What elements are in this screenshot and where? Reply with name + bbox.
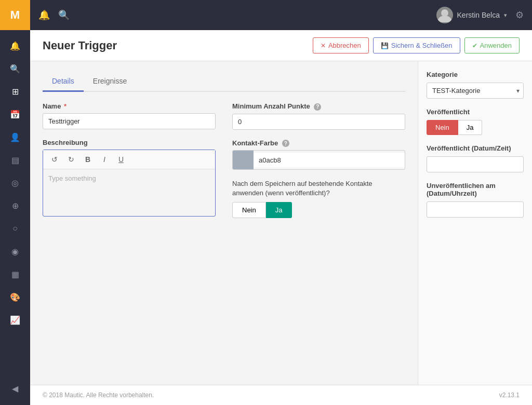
publish-nein-button[interactable]: Nein [427,120,458,135]
sidebar-item-analytics[interactable]: 📈 [0,308,30,331]
apply-button[interactable]: ✔ Anwenden [464,37,520,53]
apply-nein-button[interactable]: Nein [232,202,266,218]
kategorie-select-wrapper: TEST-Kategorie Andere ▾ [427,83,524,99]
sidebar-item-collapse[interactable]: ◀ [0,377,30,400]
right-column: Minimum Anzahl Punkte ? Kontakt-Farbe ? [232,102,405,226]
save-close-button[interactable]: 💾 Sichern & Schließen [373,37,460,53]
veroeffentlicht-datum-input[interactable] [427,156,524,172]
avatar [436,7,453,23]
sidebar-item-palette[interactable]: 🎨 [0,286,30,308]
underline-button[interactable]: U [114,152,128,167]
sidebar-item-search[interactable]: 🔍 [0,57,30,80]
cancel-button[interactable]: ✕ Abbrechen [313,37,369,53]
min-punkte-label: Minimum Anzahl Punkte ? [232,102,405,111]
apply-contacts-section: Nach dem Speichern auf bestehende Kontak… [232,179,405,218]
kontakt-farbe-group: Kontakt-Farbe ? [232,139,405,170]
kategorie-select[interactable]: TEST-Kategorie Andere [427,83,524,99]
sidebar-item-plugins[interactable]: ⊕ [0,194,30,217]
page-body: Details Ereignisse Name * [30,61,532,385]
required-marker: * [64,102,66,110]
editor-wrapper: ↺ ↻ B I U Type something [43,150,216,217]
color-text-input[interactable] [254,153,405,168]
user-menu[interactable]: Kerstin Belca ▾ [436,7,507,23]
page-header: Neuer Trigger ✕ Abbrechen 💾 Sichern & Sc… [30,30,532,61]
undo-button[interactable]: ↺ [47,152,62,167]
topbar: 🔔 🔍 Kerstin Belca ▾ ⚙ [30,0,532,30]
beschreibung-group: Beschreibung ↺ ↻ B I U Typ [43,139,216,217]
topbar-bell-icon[interactable]: 🔔 [38,9,50,21]
chevron-down-icon: ▾ [504,12,507,19]
tab-ereignisse[interactable]: Ereignisse [84,72,136,92]
form-row-1: Name * Beschreibung ↺ ↻ [43,102,405,226]
color-swatch[interactable] [233,151,254,169]
name-input[interactable] [43,113,216,129]
kategorie-label: Kategorie [427,71,524,78]
page-title: Neuer Trigger [43,39,117,52]
sidebar-item-dashboard[interactable]: ⊞ [0,80,30,103]
beschreibung-label: Beschreibung [43,139,216,146]
editor-content[interactable]: Type something [43,169,215,216]
tabs: Details Ereignisse [43,72,405,92]
sidebar-item-calendar[interactable]: 📅 [0,103,30,126]
user-name: Kerstin Belca [457,11,500,19]
name-label: Name * [43,102,216,110]
content: Neuer Trigger ✕ Abbrechen 💾 Sichern & Sc… [30,30,532,405]
color-input-wrapper [232,150,405,170]
sidebar-item-feeds[interactable]: ◉ [0,240,30,263]
check-icon: ✔ [472,42,477,49]
sidebar-item-bell[interactable]: 🔔 [0,34,30,57]
editor-toolbar: ↺ ↻ B I U [43,150,215,169]
min-punkte-input[interactable] [232,114,405,130]
sidebar-item-contacts[interactable]: 👤 [0,126,30,148]
name-group: Name * [43,102,216,129]
header-actions: ✕ Abbrechen 💾 Sichern & Schließen ✔ Anwe… [313,37,520,53]
editor-placeholder: Type something [48,174,96,182]
apply-ja-button[interactable]: Ja [266,202,292,218]
veroeffentlicht-label: Veröffentlicht [427,108,524,116]
kontakt-farbe-info-icon[interactable]: ? [282,140,289,147]
min-punkte-group: Minimum Anzahl Punkte ? [232,102,405,130]
settings-icon[interactable]: ⚙ [515,9,524,21]
svg-point-0 [441,9,448,17]
tab-details[interactable]: Details [43,72,84,92]
sidebar-item-alerts[interactable]: ○ [0,217,30,240]
main-form: Details Ereignisse Name * [30,61,418,385]
unveroeffentlichen-group: Unveröffentlichen am (Datum/Uhrzeit) [427,182,524,218]
veroeffentlicht-datum-group: Veröffentlicht (Datum/Zeit) [427,144,524,172]
page-footer: © 2018 Mautic. Alle Rechte vorbehalten. … [30,385,532,405]
sidebar-item-grid[interactable]: ▦ [0,263,30,286]
veroeffentlicht-group: Veröffentlicht Nein Ja [427,108,524,135]
unveroeffentlichen-input[interactable] [427,201,524,218]
sidebar: M 🔔 🔍 ⊞ 📅 👤 ▤ ◎ ⊕ ○ ◉ ▦ 🎨 📈 ◀ [0,0,30,405]
copyright: © 2018 Mautic. Alle Rechte vorbehalten. [43,392,154,399]
kontakt-farbe-label: Kontakt-Farbe ? [232,139,405,147]
cancel-icon: ✕ [321,42,326,49]
apply-contacts-label: Nach dem Speichern auf bestehende Kontak… [232,179,405,198]
publish-ja-button[interactable]: Ja [458,120,483,135]
publish-toggle: Nein Ja [427,120,524,135]
sidebar-item-segments[interactable]: ▤ [0,148,30,171]
save-icon: 💾 [381,42,389,49]
main-area: 🔔 🔍 Kerstin Belca ▾ ⚙ Neuer Trigger ✕ Ab… [30,0,532,405]
right-sidebar: Kategorie TEST-Kategorie Andere ▾ Veröff… [418,61,532,385]
unveroeffentlichen-label: Unveröffentlichen am (Datum/Uhrzeit) [427,182,524,197]
app-logo[interactable]: M [0,0,30,30]
sidebar-item-reports[interactable]: ◎ [0,171,30,194]
veroeffentlicht-datum-label: Veröffentlicht (Datum/Zeit) [427,144,524,152]
left-column: Name * Beschreibung ↺ ↻ [43,102,216,226]
topbar-search-icon[interactable]: 🔍 [58,9,70,21]
version: v2.13.1 [499,392,520,399]
bold-button[interactable]: B [81,152,95,167]
min-punkte-info-icon[interactable]: ? [314,103,321,111]
apply-toggle-group: Nein Ja [232,202,405,218]
kategorie-group: Kategorie TEST-Kategorie Andere ▾ [427,71,524,99]
redo-button[interactable]: ↻ [64,152,78,167]
italic-button[interactable]: I [97,152,112,167]
